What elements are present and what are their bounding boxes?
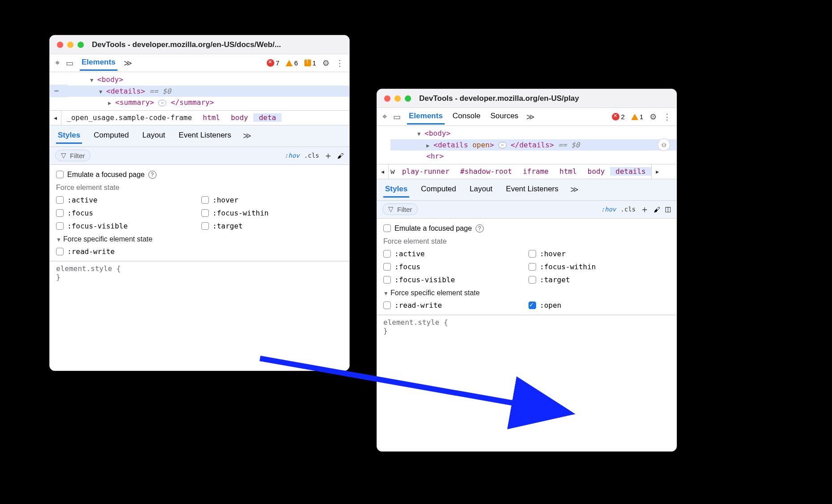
accessibility-icon[interactable]: ⚇ — [658, 138, 670, 151]
force-specific-state-heading[interactable]: ▼Force specific element state — [383, 289, 670, 297]
crumb-shadow-root[interactable]: #shadow-root — [455, 167, 518, 176]
help-icon[interactable]: ? — [148, 171, 156, 179]
filter-input[interactable]: ▽ Filter — [382, 203, 418, 215]
crumb-prev-icon[interactable]: ◂ — [50, 111, 61, 125]
breadcrumb[interactable]: ◂ _open_usage.sample-code-frame html bod… — [50, 110, 349, 125]
collapsed-icon[interactable]: ⋯ — [158, 100, 166, 106]
hover-checkbox[interactable] — [201, 196, 209, 204]
force-specific-state-heading[interactable]: ▼Force specific element state — [56, 235, 343, 243]
kebab-menu-icon[interactable]: ⋮ — [663, 112, 671, 122]
crumb-play-runner[interactable]: play-runner — [397, 167, 455, 176]
tab-layout[interactable]: Layout — [141, 128, 167, 144]
focus-within-checkbox[interactable] — [529, 263, 536, 271]
focus-checkbox[interactable] — [56, 209, 64, 217]
new-rule-icon[interactable]: ＋ — [640, 203, 649, 215]
open-checkbox[interactable] — [529, 302, 536, 309]
crumb-body[interactable]: body — [225, 113, 254, 122]
traffic-lights[interactable] — [57, 42, 84, 48]
tab-styles[interactable]: Styles — [56, 128, 82, 144]
element-style-panel[interactable]: element.style { } — [377, 315, 676, 338]
render-icon[interactable]: 🖌 — [654, 206, 660, 213]
messages-badge[interactable]: 1 — [304, 59, 316, 67]
tab-event-listeners[interactable]: Event Listeners — [504, 182, 560, 198]
tab-styles[interactable]: Styles — [383, 182, 409, 198]
filter-input[interactable]: ▽ Filter — [55, 150, 91, 161]
more-tabs-icon[interactable]: ≫ — [124, 58, 132, 68]
computed-panel-icon[interactable]: ◫ — [665, 205, 671, 213]
hover-checkbox[interactable] — [529, 250, 536, 258]
close-icon[interactable] — [384, 95, 390, 102]
collapsed-icon[interactable]: ⋯ — [498, 142, 507, 148]
dom-tree[interactable]: ▼<body> ⋯ ▼<details> == $0 ▶<summary> ⋯ … — [50, 72, 349, 110]
more-tabs-icon[interactable]: ≫ — [570, 185, 579, 194]
tab-computed[interactable]: Computed — [419, 182, 458, 198]
element-style-panel[interactable]: element.style { } — [50, 261, 349, 284]
focus-visible-checkbox[interactable] — [383, 276, 391, 284]
target-checkbox[interactable] — [529, 276, 536, 284]
errors-badge[interactable]: 7 — [267, 59, 279, 67]
new-rule-icon[interactable]: ＋ — [324, 150, 333, 162]
minimize-icon[interactable] — [67, 42, 74, 48]
warnings-badge[interactable]: 1 — [631, 113, 643, 121]
hov-button[interactable]: :hov — [285, 152, 300, 159]
inspect-icon[interactable]: ⌖ — [382, 112, 387, 121]
crumb-html[interactable]: html — [197, 113, 225, 122]
funnel-icon: ▽ — [61, 151, 66, 159]
titlebar[interactable]: DevTools - developer.mozilla.org/en-US/d… — [50, 35, 349, 54]
maximize-icon[interactable] — [78, 42, 84, 48]
warnings-badge[interactable]: 6 — [286, 59, 298, 67]
errors-badge[interactable]: 2 — [612, 113, 624, 121]
styles-tabs: Styles Computed Layout Event Listeners ≫ — [377, 179, 676, 201]
filter-bar: ▽ Filter :hov .cls ＋ 🖌 — [50, 147, 349, 165]
focus-within-checkbox[interactable] — [201, 209, 209, 217]
kebab-menu-icon[interactable]: ⋮ — [336, 58, 344, 68]
active-checkbox[interactable] — [383, 250, 391, 258]
cls-button[interactable]: .cls — [304, 152, 319, 159]
read-write-checkbox[interactable] — [56, 248, 64, 255]
hov-button[interactable]: :hov — [601, 206, 616, 213]
traffic-lights[interactable] — [384, 95, 411, 102]
active-checkbox[interactable] — [56, 196, 64, 204]
crumb-prev-icon[interactable]: ◂ — [377, 164, 389, 179]
crumb-body[interactable]: body — [582, 167, 611, 176]
breadcrumb[interactable]: ◂ w play-runner #shadow-root iframe html… — [377, 164, 676, 179]
tab-event-listeners[interactable]: Event Listeners — [177, 128, 233, 144]
crumb-details[interactable]: deta — [253, 113, 282, 122]
inspect-icon[interactable]: ⌖ — [55, 58, 60, 68]
crumb-iframe[interactable]: iframe — [517, 167, 554, 176]
more-tabs-icon[interactable]: ≫ — [243, 131, 251, 141]
device-toggle-icon[interactable]: ▭ — [393, 112, 401, 122]
tab-layout[interactable]: Layout — [468, 182, 494, 198]
maximize-icon[interactable] — [405, 95, 411, 102]
filter-bar: ▽ Filter :hov .cls ＋ 🖌 ◫ — [377, 201, 676, 219]
cls-button[interactable]: .cls — [620, 206, 636, 213]
read-write-checkbox[interactable] — [383, 302, 391, 309]
settings-icon[interactable]: ⚙ — [650, 112, 657, 122]
minimize-icon[interactable] — [394, 95, 401, 102]
tab-elements[interactable]: Elements — [80, 55, 117, 71]
help-icon[interactable]: ? — [476, 224, 484, 233]
close-icon[interactable] — [57, 42, 63, 48]
tab-console[interactable]: Console — [451, 109, 482, 125]
emulate-focus-checkbox[interactable] — [56, 171, 64, 178]
tab-computed[interactable]: Computed — [92, 128, 130, 144]
target-checkbox[interactable] — [201, 222, 209, 230]
emulate-focus-checkbox[interactable] — [383, 224, 391, 232]
main-toolbar: ⌖ ▭ Elements Console Sources ≫ 2 1 ⚙ ⋮ — [377, 108, 676, 126]
tab-sources[interactable]: Sources — [489, 109, 520, 125]
crumb-frame[interactable]: _open_usage.sample-code-frame — [61, 113, 197, 122]
tab-elements[interactable]: Elements — [407, 109, 445, 125]
crumb-html[interactable]: html — [554, 167, 582, 176]
funnel-icon: ▽ — [388, 205, 394, 213]
more-tabs-icon[interactable]: ≫ — [526, 112, 535, 122]
crumb-cut[interactable]: w — [389, 167, 397, 176]
settings-icon[interactable]: ⚙ — [322, 58, 329, 68]
focus-visible-checkbox[interactable] — [56, 222, 64, 230]
render-icon[interactable]: 🖌 — [337, 152, 344, 159]
crumb-next-icon[interactable]: ▸ — [651, 164, 663, 179]
focus-checkbox[interactable] — [383, 263, 391, 271]
crumb-details[interactable]: details — [610, 167, 651, 176]
titlebar[interactable]: DevTools - developer.mozilla.org/en-US/p… — [377, 89, 676, 108]
dom-tree[interactable]: ▼<body> ▶<details open> ⋯ </details> == … — [377, 126, 676, 164]
device-toggle-icon[interactable]: ▭ — [66, 58, 74, 68]
